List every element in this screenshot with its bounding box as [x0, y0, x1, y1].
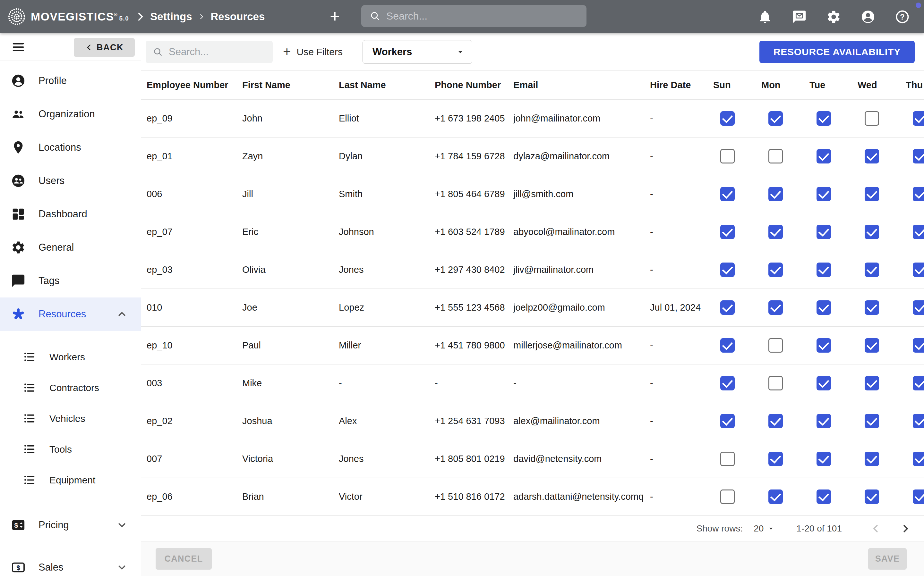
- messages-button[interactable]: [792, 9, 807, 24]
- availability-checkbox-wed[interactable]: [865, 263, 879, 277]
- settings-button[interactable]: [826, 9, 841, 24]
- help-button[interactable]: ?: [895, 9, 910, 24]
- availability-checkbox-mon[interactable]: [768, 149, 783, 163]
- availability-checkbox-mon[interactable]: [768, 490, 783, 504]
- availability-checkbox-tue[interactable]: [817, 414, 831, 428]
- availability-checkbox-mon[interactable]: [768, 414, 783, 428]
- sidebar-item-resources[interactable]: Resources: [0, 298, 141, 331]
- availability-checkbox-wed[interactable]: [865, 452, 879, 466]
- availability-checkbox-sun[interactable]: [720, 225, 735, 239]
- availability-checkbox-mon[interactable]: [768, 111, 783, 126]
- availability-checkbox-wed[interactable]: [865, 414, 879, 428]
- sidebar-item-locations[interactable]: Locations: [0, 131, 141, 164]
- availability-checkbox-mon[interactable]: [768, 338, 783, 353]
- rows-per-page-select[interactable]: 20: [754, 524, 775, 534]
- previous-page-button[interactable]: [870, 523, 882, 534]
- availability-checkbox-thu[interactable]: [913, 111, 924, 126]
- menu-icon[interactable]: [11, 40, 26, 55]
- availability-checkbox-tue[interactable]: [817, 376, 831, 390]
- table-row[interactable]: ep_07EricJohnson+1 603 524 1789abyocol@m…: [141, 213, 924, 251]
- availability-checkbox-sun[interactable]: [720, 490, 735, 504]
- sidebar-item-sales[interactable]: $Sales: [0, 551, 141, 577]
- availability-checkbox-sun[interactable]: [720, 414, 735, 428]
- availability-checkbox-wed[interactable]: [865, 149, 879, 163]
- add-tab-button[interactable]: +: [330, 7, 340, 25]
- availability-checkbox-thu[interactable]: [913, 300, 924, 315]
- availability-checkbox-mon[interactable]: [768, 300, 783, 315]
- table-row[interactable]: 006JillSmith+1 805 464 6789jill@smith.co…: [141, 175, 924, 213]
- availability-checkbox-wed[interactable]: [865, 338, 879, 353]
- availability-checkbox-mon[interactable]: [768, 225, 783, 239]
- availability-checkbox-tue[interactable]: [817, 225, 831, 239]
- availability-checkbox-wed[interactable]: [865, 111, 879, 126]
- entity-type-select[interactable]: Workers: [363, 40, 472, 64]
- availability-checkbox-tue[interactable]: [817, 149, 831, 163]
- sidebar-subitem-workers[interactable]: Workers: [0, 342, 141, 372]
- availability-checkbox-thu[interactable]: [913, 338, 924, 353]
- table-row[interactable]: ep_10PaulMiller+1 451 780 9800millerjose…: [141, 326, 924, 364]
- availability-checkbox-mon[interactable]: [768, 263, 783, 277]
- availability-checkbox-sun[interactable]: [720, 452, 735, 466]
- notifications-button[interactable]: [758, 9, 772, 24]
- account-button[interactable]: [861, 9, 876, 24]
- availability-checkbox-thu[interactable]: [913, 187, 924, 201]
- availability-checkbox-thu[interactable]: [913, 376, 924, 390]
- table-row[interactable]: ep_01ZaynDylan+1 784 159 6728dylaza@mail…: [141, 137, 924, 175]
- sidebar-subitem-tools[interactable]: Tools: [0, 434, 141, 465]
- availability-checkbox-tue[interactable]: [817, 187, 831, 201]
- table-row[interactable]: ep_09JohnElliot+1 673 198 2405john@maili…: [141, 99, 924, 137]
- table-row[interactable]: ep_02JoshuaAlex+1 254 631 7093alex@maili…: [141, 402, 924, 440]
- availability-checkbox-tue[interactable]: [817, 490, 831, 504]
- availability-checkbox-tue[interactable]: [817, 263, 831, 277]
- table-row[interactable]: ep_03OliviaJones+1 297 430 8402jliv@mail…: [141, 251, 924, 288]
- global-search-input[interactable]: Search...: [361, 5, 586, 27]
- save-button[interactable]: SAVE: [868, 548, 907, 570]
- table-row[interactable]: 007VictoriaJones+1 805 801 0219david@net…: [141, 440, 924, 478]
- breadcrumb-resources[interactable]: Resources: [211, 11, 265, 23]
- availability-checkbox-mon[interactable]: [768, 187, 783, 201]
- sidebar-item-general[interactable]: General: [0, 231, 141, 264]
- sidebar-item-organization[interactable]: Organization: [0, 97, 141, 131]
- table-search-input[interactable]: Search...: [145, 41, 273, 63]
- availability-checkbox-wed[interactable]: [865, 300, 879, 315]
- availability-checkbox-sun[interactable]: [720, 263, 735, 277]
- table-row[interactable]: 003Mike----: [141, 364, 924, 402]
- sidebar-subitem-equipment[interactable]: Equipment: [0, 465, 141, 496]
- availability-checkbox-sun[interactable]: [720, 376, 735, 390]
- availability-checkbox-sun[interactable]: [720, 338, 735, 353]
- sidebar-item-tags[interactable]: Tags: [0, 264, 141, 298]
- breadcrumb-settings[interactable]: Settings: [150, 11, 192, 23]
- sidebar-subitem-contractors[interactable]: Contractors: [0, 372, 141, 403]
- sidebar-item-profile[interactable]: Profile: [0, 64, 141, 97]
- availability-checkbox-tue[interactable]: [817, 452, 831, 466]
- sidebar-item-dashboard[interactable]: Dashboard: [0, 197, 141, 231]
- availability-checkbox-thu[interactable]: [913, 490, 924, 504]
- availability-checkbox-wed[interactable]: [865, 187, 879, 201]
- availability-checkbox-sun[interactable]: [720, 149, 735, 163]
- availability-checkbox-wed[interactable]: [865, 225, 879, 239]
- resource-availability-button[interactable]: RESOURCE AVAILABILITY: [759, 41, 915, 63]
- sidebar-item-pricing[interactable]: $Pricing: [0, 508, 141, 542]
- availability-checkbox-thu[interactable]: [913, 452, 924, 466]
- table-row[interactable]: 010JoeLopez+1 555 123 4568joelpz00@gmail…: [141, 288, 924, 326]
- sidebar-item-users[interactable]: Users: [0, 164, 141, 197]
- availability-checkbox-tue[interactable]: [817, 300, 831, 315]
- back-button[interactable]: BACK: [74, 38, 135, 57]
- availability-checkbox-sun[interactable]: [720, 187, 735, 201]
- availability-checkbox-sun[interactable]: [720, 300, 735, 315]
- availability-checkbox-tue[interactable]: [817, 111, 831, 126]
- availability-checkbox-wed[interactable]: [865, 376, 879, 390]
- sidebar-subitem-vehicles[interactable]: Vehicles: [0, 403, 141, 434]
- availability-checkbox-thu[interactable]: [913, 225, 924, 239]
- cancel-button[interactable]: CANCEL: [156, 548, 212, 570]
- table-row[interactable]: ep_06BrianVictor+1 510 816 0172adarsh.da…: [141, 478, 924, 516]
- next-page-button[interactable]: [900, 523, 911, 534]
- scrollbar-thumb[interactable]: [916, 3, 921, 8]
- availability-checkbox-mon[interactable]: [768, 452, 783, 466]
- availability-checkbox-mon[interactable]: [768, 376, 783, 390]
- availability-checkbox-thu[interactable]: [913, 263, 924, 277]
- use-filters-button[interactable]: + Use Filters: [283, 45, 342, 59]
- availability-checkbox-thu[interactable]: [913, 149, 924, 163]
- availability-checkbox-tue[interactable]: [817, 338, 831, 353]
- availability-checkbox-sun[interactable]: [720, 111, 735, 126]
